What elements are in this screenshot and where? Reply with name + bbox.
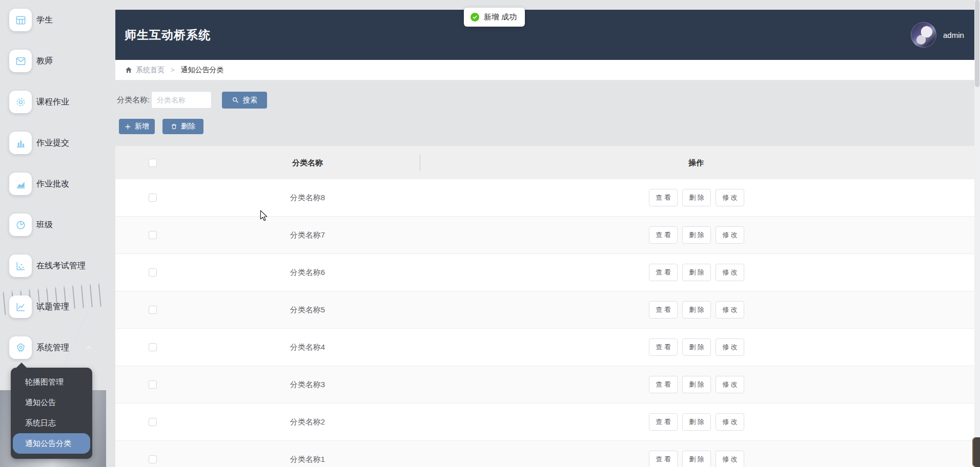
sidebar-item-label: 作业批改 bbox=[36, 179, 69, 189]
app-header: 师生互动桥系统 admin bbox=[115, 10, 974, 60]
scrollbar-thumb[interactable] bbox=[975, 0, 979, 87]
select-all-checkbox[interactable] bbox=[149, 159, 157, 167]
area-chart-icon bbox=[9, 173, 32, 195]
view-button[interactable]: 查 看 bbox=[649, 226, 678, 244]
breadcrumb-home-link[interactable]: 系统首页 bbox=[136, 66, 165, 75]
table-row: 分类名称1查 看删 除修 改 bbox=[115, 441, 974, 467]
sidebar-item-3[interactable]: 作业提交 bbox=[0, 128, 106, 158]
success-check-icon bbox=[471, 13, 479, 22]
table-row: 分类名称2查 看删 除修 改 bbox=[115, 404, 974, 441]
edit-button[interactable]: 修 改 bbox=[716, 413, 744, 431]
avatar[interactable] bbox=[911, 22, 936, 48]
table-row: 分类名称3查 看删 除修 改 bbox=[115, 366, 974, 404]
row-category-name: 分类名称7 bbox=[190, 230, 425, 240]
row-checkbox[interactable] bbox=[149, 194, 157, 202]
pie-chart-icon bbox=[9, 214, 32, 236]
sidebar-item-label: 课程作业 bbox=[36, 97, 69, 108]
search-button[interactable]: 搜索 bbox=[222, 92, 267, 109]
view-button[interactable]: 查 看 bbox=[649, 413, 678, 431]
row-checkbox[interactable] bbox=[149, 231, 157, 239]
table-row: 分类名称5查 看删 除修 改 bbox=[115, 291, 974, 329]
edit-button[interactable]: 修 改 bbox=[716, 338, 744, 356]
view-button[interactable]: 查 看 bbox=[649, 338, 678, 356]
row-delete-button[interactable]: 删 除 bbox=[682, 226, 711, 244]
corner-overlay-widget[interactable] bbox=[972, 437, 980, 467]
add-button[interactable]: 新增 bbox=[119, 119, 155, 134]
row-delete-button[interactable]: 删 除 bbox=[682, 301, 711, 319]
sidebar-item-label: 作业提交 bbox=[36, 138, 69, 148]
sidebar-item-5[interactable]: 班级 bbox=[0, 209, 106, 240]
row-delete-button[interactable]: 删 除 bbox=[682, 376, 711, 393]
row-delete-button[interactable]: 删 除 bbox=[682, 338, 711, 356]
delete-button[interactable]: 删除 bbox=[162, 119, 203, 134]
gear-icon bbox=[9, 91, 32, 113]
username-label[interactable]: admin bbox=[943, 31, 964, 39]
edit-button[interactable]: 修 改 bbox=[716, 376, 744, 393]
breadcrumb-separator: > bbox=[171, 66, 175, 74]
sidebar-item-label: 试题管理 bbox=[36, 302, 69, 312]
view-button[interactable]: 查 看 bbox=[649, 264, 678, 281]
edit-button[interactable]: 修 改 bbox=[716, 264, 744, 281]
row-delete-button[interactable]: 删 除 bbox=[682, 413, 711, 431]
edit-button[interactable]: 修 改 bbox=[716, 189, 744, 206]
submenu-item-1[interactable]: 通知公告 bbox=[13, 392, 90, 413]
grid-icon bbox=[9, 9, 32, 31]
sidebar-item-6[interactable]: 在线考试管理 bbox=[0, 250, 106, 281]
sidebar-item-7[interactable]: 试题管理 bbox=[0, 291, 106, 322]
submenu-item-2[interactable]: 系统日志 bbox=[13, 413, 90, 433]
row-category-name: 分类名称5 bbox=[190, 305, 425, 315]
column-header-name: 分类名称 bbox=[190, 158, 425, 167]
chevron-up-icon bbox=[85, 344, 93, 352]
category-name-label: 分类名称: bbox=[117, 95, 150, 105]
toast-success: 新增 成功 bbox=[464, 8, 525, 27]
row-checkbox[interactable] bbox=[149, 418, 157, 426]
view-button[interactable]: 查 看 bbox=[649, 451, 678, 467]
sidebar-item-2[interactable]: 课程作业 bbox=[0, 87, 106, 117]
column-divider bbox=[420, 154, 420, 171]
view-button[interactable]: 查 看 bbox=[649, 376, 678, 393]
system-management-submenu: 轮播图管理通知公告系统日志通知公告分类 bbox=[11, 368, 92, 459]
view-button[interactable]: 查 看 bbox=[649, 301, 678, 319]
sidebar-item-label: 系统管理 bbox=[36, 343, 69, 353]
search-button-label: 搜索 bbox=[243, 96, 257, 105]
row-category-name: 分类名称2 bbox=[190, 417, 425, 427]
row-checkbox[interactable] bbox=[149, 306, 157, 314]
sidebar-item-0[interactable]: 学生 bbox=[0, 5, 106, 35]
edit-button[interactable]: 修 改 bbox=[716, 301, 744, 319]
breadcrumb-current: 通知公告分类 bbox=[181, 66, 224, 75]
table-row: 分类名称4查 看删 除修 改 bbox=[115, 329, 974, 366]
row-delete-button[interactable]: 删 除 bbox=[682, 189, 711, 206]
sidebar-item-label: 班级 bbox=[36, 220, 53, 230]
delete-button-label: 删除 bbox=[181, 122, 195, 131]
category-table: 分类名称 操作 分类名称8查 看删 除修 改分类名称7查 看删 除修 改分类名称… bbox=[115, 146, 974, 467]
sidebar-item-1[interactable]: 教师 bbox=[0, 46, 106, 76]
sidebar-item-label: 教师 bbox=[36, 56, 53, 67]
submenu-item-0[interactable]: 轮播图管理 bbox=[13, 372, 90, 392]
row-checkbox[interactable] bbox=[149, 268, 157, 277]
category-name-input[interactable] bbox=[151, 91, 212, 109]
sidebar-item-4[interactable]: 作业批改 bbox=[0, 168, 106, 199]
view-button[interactable]: 查 看 bbox=[649, 189, 678, 206]
table-row: 分类名称7查 看删 除修 改 bbox=[115, 217, 974, 254]
table-row: 分类名称6查 看删 除修 改 bbox=[115, 254, 974, 291]
mail-icon bbox=[9, 50, 32, 72]
home-icon bbox=[125, 66, 133, 74]
add-button-label: 新增 bbox=[135, 122, 149, 131]
page-title: 师生互动桥系统 bbox=[125, 27, 211, 43]
row-checkbox[interactable] bbox=[149, 343, 157, 351]
badge-icon bbox=[9, 336, 32, 359]
row-delete-button[interactable]: 删 除 bbox=[682, 264, 711, 281]
row-checkbox[interactable] bbox=[149, 380, 157, 389]
bar-chart-icon bbox=[9, 132, 32, 154]
line-chart-icon bbox=[9, 295, 32, 318]
row-checkbox[interactable] bbox=[149, 455, 157, 463]
edit-button[interactable]: 修 改 bbox=[716, 451, 744, 467]
submenu-item-3-active[interactable]: 通知公告分类 bbox=[13, 433, 90, 454]
sidebar-item-8[interactable]: 系统管理 bbox=[0, 332, 106, 363]
edit-button[interactable]: 修 改 bbox=[716, 226, 744, 244]
row-category-name: 分类名称1 bbox=[190, 455, 425, 464]
sidebar-item-label: 学生 bbox=[36, 15, 53, 26]
vertical-scrollbar[interactable] bbox=[974, 0, 980, 467]
table-row: 分类名称8查 看删 除修 改 bbox=[115, 179, 974, 217]
row-delete-button[interactable]: 删 除 bbox=[682, 451, 711, 467]
